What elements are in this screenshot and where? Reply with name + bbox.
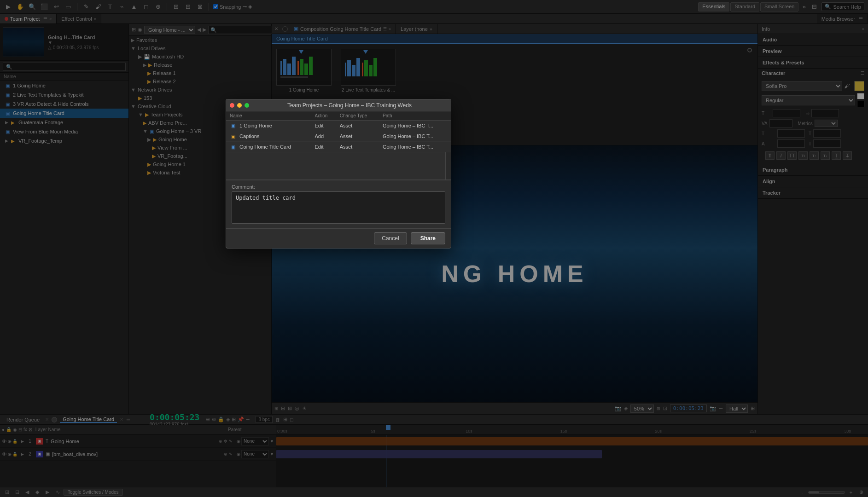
row2-name: ▣ Captions (226, 131, 311, 142)
row1-action: Edit (311, 121, 336, 131)
row3-name: ▣ Going Home Title Card (226, 142, 311, 152)
dialog-body: Name Action Change Type Path ▣ 1 Going H… (226, 111, 451, 180)
table-row-3[interactable]: ▣ Going Home Title Card Edit Asset Going… (226, 142, 451, 152)
cancel-button[interactable]: Cancel (374, 232, 407, 244)
row2-path: Going Home – IBC T... (379, 131, 451, 142)
row1-path: Going Home – IBC T... (379, 121, 451, 131)
modal-overlay (0, 0, 868, 497)
dialog-buttons: Cancel Share (226, 228, 451, 248)
dialog-comment: Comment: (226, 180, 451, 228)
close-window-btn[interactable] (230, 103, 234, 108)
row2-action: Add (311, 131, 336, 142)
maximize-window-btn[interactable] (245, 103, 249, 108)
row3-path: Going Home – IBC T... (379, 142, 451, 152)
row1-name: ▣ 1 Going Home (226, 121, 311, 131)
col-action-header: Action (311, 111, 336, 121)
table-row-2[interactable]: ▣ Captions Add Asset Going Home – IBC T.… (226, 131, 451, 142)
col-name-header: Name (226, 111, 311, 121)
share-button[interactable]: Share (411, 232, 445, 244)
row3-action: Edit (311, 142, 336, 152)
row1-type: Asset (336, 121, 379, 131)
row1-icon: ▣ (230, 122, 236, 129)
row2-icon: ▣ (230, 133, 236, 139)
row3-icon: ▣ (230, 144, 236, 150)
comment-textarea[interactable] (232, 191, 445, 224)
col-change-type-header: Change Type (336, 111, 379, 121)
row2-type: Asset (336, 131, 379, 142)
col-path-header: Path (379, 111, 451, 121)
minimize-window-btn[interactable] (237, 103, 242, 108)
dialog-title: Team Projects – Going Home – IBC Trainin… (252, 102, 447, 109)
dialog-titlebar: Team Projects – Going Home – IBC Trainin… (226, 99, 451, 111)
changes-table: Name Action Change Type Path ▣ 1 Going H… (226, 111, 451, 152)
table-row-1[interactable]: ▣ 1 Going Home Edit Asset Going Home – I… (226, 121, 451, 131)
row3-type: Asset (336, 142, 379, 152)
table-scrollbar[interactable] (445, 152, 451, 179)
team-projects-dialog: Team Projects – Going Home – IBC Trainin… (226, 99, 451, 248)
comment-label: Comment: (232, 184, 445, 190)
table-empty-area (226, 152, 451, 180)
